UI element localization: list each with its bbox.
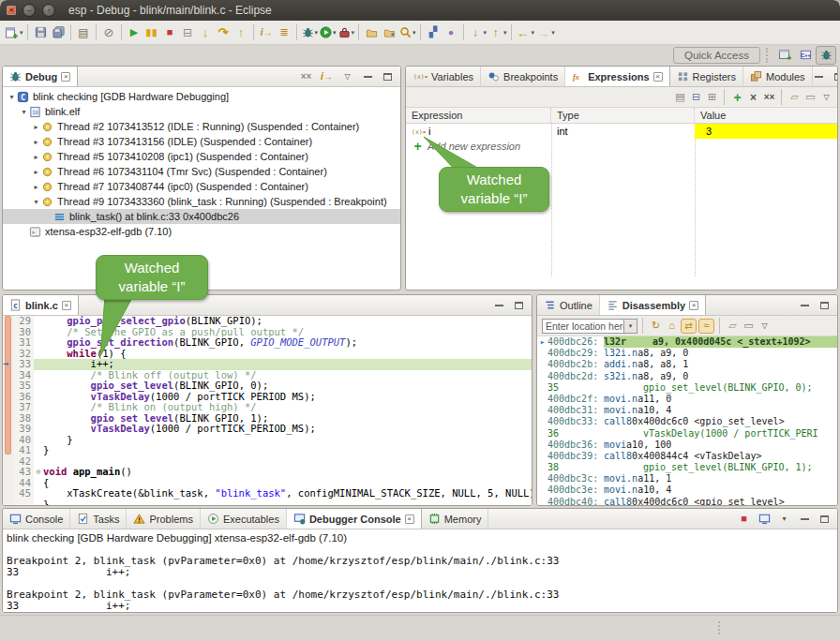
code-line[interactable]: } bbox=[3, 499, 532, 507]
debug-tree-item[interactable]: >_xtensa-esp32-elf-gdb (7.10) bbox=[3, 224, 400, 239]
disassembly-line[interactable]: 400dbc2b:addi.na8, a8, 1 bbox=[537, 359, 837, 370]
tab-debug[interactable]: Debug× bbox=[3, 67, 78, 86]
tree-expander-icon[interactable]: ▾ bbox=[7, 93, 17, 101]
close-icon[interactable]: × bbox=[405, 514, 414, 524]
disassembly-line[interactable]: 400dbc29:l32i.na8, a9, 0 bbox=[537, 348, 837, 359]
save-all-button[interactable] bbox=[50, 23, 68, 42]
step-filters-button[interactable]: ≣ bbox=[276, 23, 293, 42]
collapse-all-button[interactable]: ⊟ bbox=[689, 90, 703, 105]
debug-tree-item[interactable]: ▸Thread #3 1073413156 (IDLE) (Suspended … bbox=[3, 134, 400, 149]
forward-button[interactable]: →▾ bbox=[535, 23, 556, 42]
tab-tasks[interactable]: Tasks bbox=[70, 509, 127, 529]
debug-tree-item[interactable]: ▾10blink.elf bbox=[3, 104, 400, 119]
debug-tree-item[interactable]: ▸Thread #6 1073431104 (Tmr Svc) (Suspend… bbox=[3, 164, 400, 179]
minimize-button[interactable] bbox=[813, 69, 826, 84]
tab-memory[interactable]: Memory bbox=[422, 509, 489, 529]
maximize-button[interactable] bbox=[512, 298, 525, 313]
open-resource-button[interactable] bbox=[381, 23, 398, 42]
disassembly-line[interactable]: 35gpio_set_level(BLINK_GPIO, 0); bbox=[537, 382, 837, 394]
disassembly-line[interactable]: 400dbc3c:movi.na11, 1 bbox=[537, 473, 837, 484]
tab-console[interactable]: Console bbox=[3, 509, 70, 529]
dropdown-arrow-icon[interactable]: ▾ bbox=[484, 29, 488, 37]
resume-button[interactable]: ▶ bbox=[126, 23, 143, 42]
new-view-button[interactable]: ▱ bbox=[726, 319, 740, 334]
tab-problems[interactable]: Problems bbox=[127, 509, 200, 529]
dropdown-arrow-icon[interactable]: ▾ bbox=[412, 29, 416, 37]
maximize-button[interactable] bbox=[818, 512, 831, 527]
disassembly-line[interactable]: 38gpio_set_level(BLINK_GPIO, 1); bbox=[537, 462, 837, 473]
remove-all-terminated-button[interactable]: ×× bbox=[299, 69, 313, 84]
dropdown-arrow-icon[interactable]: ▾ bbox=[532, 29, 535, 37]
minimize-button[interactable] bbox=[798, 298, 811, 313]
close-icon[interactable]: × bbox=[61, 72, 70, 82]
show-type-names-button[interactable]: ▤ bbox=[673, 90, 687, 105]
disassembly-line[interactable]: 400dbc3e:movi.na10, 4 bbox=[537, 484, 837, 496]
open-type-button[interactable] bbox=[363, 23, 381, 42]
disassembly-line[interactable]: 400dbc40:call80x400dc6c0 <gpio_set_level… bbox=[537, 497, 837, 506]
disassembly-line[interactable]: ▶400dbc26:l32ra9, 0x400d045c <_stext+109… bbox=[537, 336, 837, 348]
debug-tree-item[interactable]: ▾Thread #9 1073433360 (blink_task : Runn… bbox=[3, 194, 400, 209]
dropdown-arrow-icon[interactable]: ▾ bbox=[20, 29, 23, 37]
maximize-button[interactable] bbox=[832, 69, 838, 84]
tab-debugger-console[interactable]: Debugger Console× bbox=[287, 509, 422, 529]
tab-variables[interactable]: (x)=Variables bbox=[406, 67, 481, 86]
console-output[interactable]: Breakpoint 2, blink_task (pvParameter=0x… bbox=[3, 544, 837, 612]
view-dropdown-button[interactable]: ▾ bbox=[777, 512, 791, 527]
new-wizard-button[interactable]: ▾ bbox=[4, 23, 24, 42]
combo-dropdown-icon[interactable]: ▾ bbox=[624, 319, 638, 334]
skip-all-breakpoints-button[interactable]: ⊘ bbox=[100, 23, 118, 42]
close-icon[interactable]: × bbox=[653, 72, 663, 82]
build-button[interactable]: ▤ bbox=[75, 23, 93, 42]
tree-expander-icon[interactable]: ▸ bbox=[31, 153, 41, 161]
format-button[interactable]: ▞ bbox=[425, 23, 442, 42]
tab-registers[interactable]: Registers bbox=[670, 67, 743, 86]
tree-expander-icon[interactable]: ▸ bbox=[31, 168, 41, 176]
terminate-button[interactable]: ■ bbox=[161, 23, 179, 42]
debug-button[interactable]: ▾ bbox=[301, 23, 320, 42]
search-button[interactable]: ▾ bbox=[398, 23, 417, 42]
detach-view-button[interactable]: ▭ bbox=[742, 319, 756, 334]
detach-view-button[interactable]: ▭ bbox=[803, 90, 818, 105]
maximize-button[interactable] bbox=[381, 69, 394, 84]
back-button[interactable]: ←▾ bbox=[516, 23, 536, 42]
cpp-perspective-button[interactable]: C++ bbox=[795, 46, 816, 65]
disassembly-line[interactable]: 400dbc31:movi.na10, 4 bbox=[537, 405, 837, 416]
close-window-button[interactable]: × bbox=[7, 6, 16, 15]
tab-breakpoints[interactable]: Breakpoints bbox=[481, 67, 565, 86]
suspend-button[interactable]: ▮▮ bbox=[143, 23, 161, 42]
column-header-type[interactable]: Type bbox=[551, 108, 695, 123]
disassembly-line[interactable]: 400dbc36:movia10, 100 bbox=[537, 440, 837, 451]
view-menu-button[interactable]: ▽ bbox=[340, 69, 354, 84]
disassembly-line[interactable]: 400dbc2f:movi.na11, 0 bbox=[537, 394, 837, 405]
tree-expander-icon[interactable]: ▸ bbox=[31, 183, 41, 191]
close-icon[interactable]: × bbox=[689, 301, 698, 310]
view-menu-button[interactable]: ▽ bbox=[758, 319, 772, 334]
refresh-button[interactable]: ↻ bbox=[649, 319, 663, 334]
remove-expression-button[interactable]: × bbox=[746, 90, 760, 105]
dropdown-arrow-icon[interactable]: ▾ bbox=[315, 29, 319, 37]
external-tools-button[interactable]: ▾ bbox=[338, 23, 356, 42]
tree-layout-button[interactable]: ⊞ bbox=[705, 90, 719, 105]
show-source-button[interactable]: ≈ bbox=[698, 319, 714, 334]
code-line[interactable]: 43⊖void app_main() bbox=[3, 467, 532, 478]
minimize-button[interactable] bbox=[361, 69, 374, 84]
new-view-button[interactable]: ▱ bbox=[788, 90, 802, 105]
disassembly-line[interactable]: 400dbc33:call80x400dc6c0 <gpio_set_level… bbox=[537, 416, 837, 427]
run-button[interactable]: ▾ bbox=[319, 23, 338, 42]
close-icon[interactable]: × bbox=[62, 301, 71, 310]
next-annotation-button[interactable]: ↓▾ bbox=[468, 23, 488, 42]
minimize-button[interactable] bbox=[492, 298, 505, 313]
tab-modules[interactable]: Modules bbox=[743, 67, 813, 86]
maximize-window-button[interactable]: ▫ bbox=[42, 4, 55, 17]
save-button[interactable] bbox=[32, 23, 50, 42]
dropdown-arrow-icon[interactable]: ▾ bbox=[503, 29, 507, 37]
display-console-button[interactable] bbox=[758, 512, 771, 527]
column-header-value[interactable]: Value bbox=[695, 108, 837, 123]
add-expression-button[interactable]: + bbox=[730, 90, 744, 105]
dropdown-arrow-icon[interactable]: ▾ bbox=[352, 29, 355, 37]
step-over-button[interactable]: ↷ bbox=[215, 23, 232, 42]
code-line[interactable]: 40 } bbox=[3, 435, 532, 446]
debug-tree-item[interactable]: blink_task() at blink.c:33 0x400dbc26 bbox=[3, 209, 400, 224]
disassembly-line[interactable]: 400dbc39:call80x400844c4 <vTaskDelay> bbox=[537, 451, 837, 462]
disconnect-button[interactable]: ⊟ bbox=[179, 23, 197, 42]
